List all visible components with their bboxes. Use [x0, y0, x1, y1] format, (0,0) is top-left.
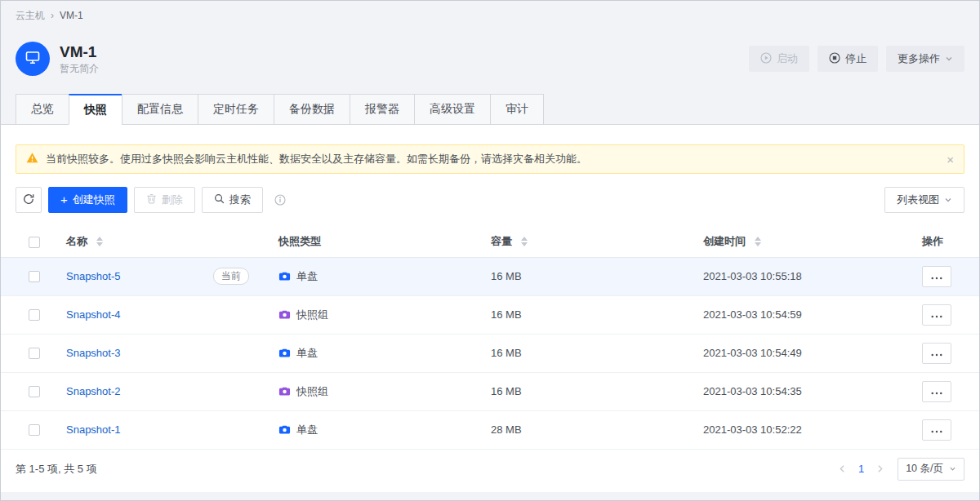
snapshot-link[interactable]: Snapshot-2 [66, 385, 121, 397]
vm-detail-page: 云主机 › VM-1 VM-1 暂无简介 启动 停止 [0, 0, 980, 501]
table-row: Snapshot-5 当前 单盘 16 MB 2021-03-03 [1, 257, 979, 295]
trash-icon [146, 193, 157, 206]
row-more-button[interactable] [922, 381, 951, 402]
table-row: Snapshot-1 单盘 28 MB 2021-03-03 10:52:22 [1, 410, 979, 449]
sort-capacity-icon[interactable] [521, 237, 528, 246]
sort-name-icon[interactable] [96, 237, 103, 246]
more-actions-button[interactable]: 更多操作 [886, 46, 964, 72]
snapshot-group-icon [278, 385, 291, 397]
table-row: Snapshot-3 单盘 16 MB 2021-03-03 10:54:49 [1, 334, 979, 372]
camera-icon [278, 270, 291, 282]
tab-overview[interactable]: 总览 [16, 94, 69, 125]
snapshot-link[interactable]: Snapshot-4 [66, 308, 121, 321]
info-icon[interactable] [274, 194, 286, 206]
tab-alarms[interactable]: 报警器 [350, 94, 415, 125]
tab-audit[interactable]: 审计 [490, 94, 544, 125]
row-more-button[interactable] [922, 343, 951, 364]
title-block: VM-1 暂无简介 [60, 44, 99, 73]
breadcrumb-separator: › [51, 10, 54, 21]
capacity-value: 16 MB [491, 385, 522, 397]
refresh-button[interactable] [16, 187, 42, 213]
tab-snapshots[interactable]: 快照 [69, 94, 122, 125]
warning-icon [26, 152, 38, 166]
chevron-down-icon [944, 196, 952, 204]
capacity-value: 28 MB [491, 423, 522, 436]
next-page-icon[interactable] [874, 464, 886, 473]
page-number[interactable]: 1 [858, 463, 864, 475]
table-row: Snapshot-2 快照组 16 MB 2021-03-03 10:54:35 [1, 372, 979, 410]
snapshot-type-label: 单盘 [296, 423, 318, 437]
created-time: 2021-03-03 10:52:22 [703, 423, 802, 436]
snapshot-link[interactable]: Snapshot-3 [66, 347, 121, 359]
header-actions: 启动 停止 更多操作 [749, 46, 964, 72]
view-mode-button[interactable]: 列表视图 [884, 187, 964, 213]
toolbar: + 创建快照 删除 搜索 列表视图 [16, 187, 964, 213]
camera-icon [278, 347, 291, 359]
current-badge: 当前 [213, 268, 249, 284]
snapshot-type-label: 单盘 [296, 269, 318, 284]
plus-icon: + [60, 193, 68, 206]
select-all-checkbox[interactable] [29, 237, 40, 248]
tab-backup-data[interactable]: 备份数据 [274, 94, 350, 125]
snapshot-link[interactable]: Snapshot-5 [66, 270, 121, 282]
row-checkbox[interactable] [29, 386, 40, 397]
snapshot-type-label: 单盘 [296, 346, 318, 361]
column-type: 快照类型 [278, 235, 321, 247]
snapshot-table: 名称 快照类型 容量 创建时间 操作 [1, 226, 979, 450]
ellipsis-icon [931, 423, 942, 436]
delete-button[interactable]: 删除 [134, 187, 195, 213]
snapshot-type-label: 快照组 [296, 308, 328, 322]
tabbar: 总览 快照 配置信息 定时任务 备份数据 报警器 高级设置 审计 [1, 87, 979, 125]
pagination-summary: 第 1-5 项, 共 5 项 [16, 462, 97, 477]
row-more-button[interactable] [922, 304, 951, 326]
tab-config[interactable]: 配置信息 [122, 94, 198, 125]
row-checkbox[interactable] [29, 309, 40, 321]
row-more-button[interactable] [922, 419, 951, 441]
ellipsis-icon [931, 385, 942, 397]
prev-page-icon[interactable] [836, 464, 849, 473]
alert-text: 当前快照较多。使用过多快照会影响云主机性能、数据安全以及主存储容量。如需长期备份… [46, 152, 587, 166]
stop-button[interactable]: 停止 [817, 46, 878, 72]
table-header-row: 名称 快照类型 容量 创建时间 操作 [1, 226, 979, 257]
created-time: 2021-03-03 10:54:35 [703, 385, 802, 397]
column-actions: 操作 [922, 235, 943, 247]
capacity-value: 16 MB [491, 308, 522, 321]
page-size-select[interactable]: 10 条/页 [898, 458, 964, 481]
stop-icon [829, 52, 840, 66]
warning-alert: 当前快照较多。使用过多快照会影响云主机性能、数据安全以及主存储容量。如需长期备份… [16, 144, 964, 174]
created-time: 2021-03-03 10:55:18 [703, 270, 802, 282]
sort-created-icon[interactable] [755, 237, 761, 246]
column-name: 名称 [66, 235, 87, 247]
row-more-button[interactable] [922, 266, 951, 287]
page-header: VM-1 暂无简介 启动 停止 更多操作 [1, 30, 979, 87]
camera-icon [278, 423, 291, 436]
tab-scheduled-tasks[interactable]: 定时任务 [198, 94, 274, 125]
column-capacity: 容量 [491, 235, 512, 247]
snapshot-group-icon [278, 308, 291, 321]
snapshot-panel: 当前快照较多。使用过多快照会影响云主机性能、数据安全以及主存储容量。如需长期备份… [1, 125, 979, 492]
row-checkbox[interactable] [29, 424, 40, 436]
play-icon [760, 52, 772, 66]
chevron-down-icon [945, 55, 953, 63]
created-time: 2021-03-03 10:54:59 [703, 308, 802, 321]
tab-advanced-settings[interactable]: 高级设置 [414, 94, 491, 125]
page-title: VM-1 [60, 44, 99, 60]
row-checkbox[interactable] [29, 271, 40, 282]
close-icon[interactable]: × [947, 153, 954, 166]
row-checkbox[interactable] [29, 348, 40, 359]
monitor-icon [24, 49, 41, 69]
table-footer: 第 1-5 项, 共 5 项 1 10 条/页 [1, 450, 979, 489]
create-snapshot-button[interactable]: + 创建快照 [48, 187, 127, 213]
breadcrumb: 云主机 › VM-1 [1, 1, 979, 30]
refresh-icon [23, 193, 34, 207]
start-button[interactable]: 启动 [749, 46, 809, 72]
snapshot-type-label: 快照组 [296, 384, 328, 399]
breadcrumb-parent[interactable]: 云主机 [16, 9, 45, 23]
capacity-value: 16 MB [491, 270, 522, 282]
ellipsis-icon [931, 270, 942, 282]
vm-avatar [16, 42, 50, 76]
ellipsis-icon [931, 347, 942, 359]
ellipsis-icon [931, 308, 942, 321]
snapshot-link[interactable]: Snapshot-1 [66, 423, 121, 436]
search-button[interactable]: 搜索 [202, 187, 263, 213]
